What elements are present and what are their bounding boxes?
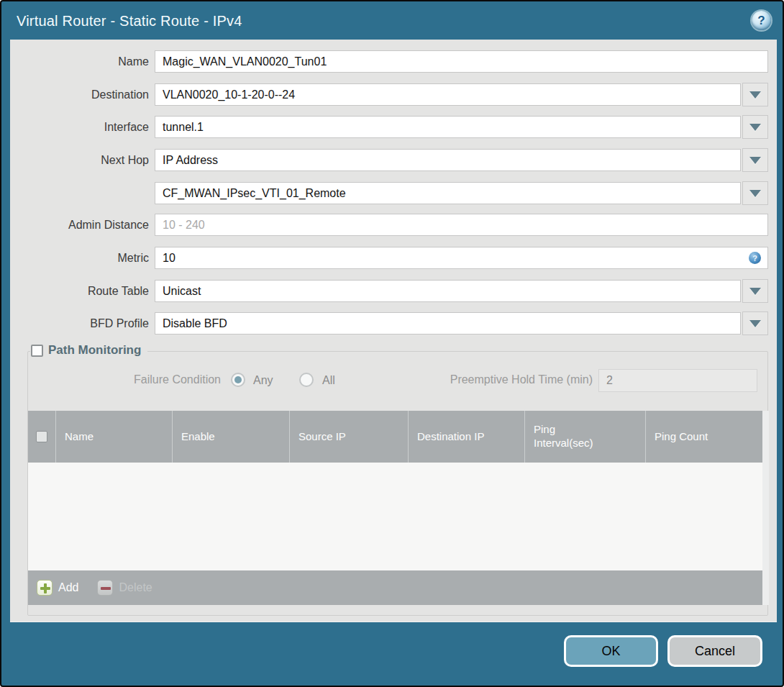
name-label: Name xyxy=(10,50,149,73)
bfd-profile-dropdown-button[interactable] xyxy=(742,311,768,335)
table-header-destination-ip: Destination IP xyxy=(408,411,524,463)
admin-distance-label: Admin Distance xyxy=(10,214,149,236)
add-button-label: Add xyxy=(58,581,78,594)
delete-icon xyxy=(97,580,113,596)
dialog-window: Virtual Router - Static Route - IPv4 ? N… xyxy=(0,0,784,687)
preemptive-hold-time-label: Preemptive Hold Time (min) xyxy=(388,373,593,386)
table-header-enable: Enable xyxy=(172,411,289,463)
destination-input[interactable] xyxy=(155,83,741,106)
path-monitoring-checkbox[interactable] xyxy=(31,345,43,357)
failure-condition-any-radio[interactable] xyxy=(231,373,245,387)
next-hop-select[interactable] xyxy=(155,149,741,171)
chevron-down-icon xyxy=(749,157,761,164)
next-hop-address-dropdown-button[interactable] xyxy=(742,181,768,205)
bfd-profile-select[interactable] xyxy=(155,312,741,335)
ok-button[interactable]: OK xyxy=(564,635,658,667)
chevron-down-icon xyxy=(749,288,761,295)
name-input[interactable] xyxy=(155,50,768,73)
next-hop-row: Next Hop xyxy=(10,148,768,172)
name-row: Name xyxy=(10,50,768,73)
table-header-ping-interval: Ping Interval(sec) xyxy=(524,411,645,463)
delete-button[interactable]: Delete xyxy=(97,580,152,596)
table-header-row: Name Enable Source IP Destination IP Pin… xyxy=(28,411,762,463)
admin-distance-row: Admin Distance xyxy=(10,214,768,236)
metric-info-icon[interactable]: ? xyxy=(749,252,761,264)
cancel-button[interactable]: Cancel xyxy=(667,635,762,667)
failure-condition-any-label: Any xyxy=(253,374,273,387)
metric-input[interactable] xyxy=(155,247,768,269)
destination-dropdown-button[interactable] xyxy=(742,83,768,106)
failure-condition-all-label: All xyxy=(322,374,335,387)
chevron-down-icon xyxy=(749,190,761,197)
select-all-checkbox[interactable] xyxy=(36,431,47,442)
next-hop-address-row xyxy=(10,181,768,205)
metric-row: Metric ? xyxy=(10,247,768,269)
chevron-down-icon xyxy=(749,124,761,131)
destination-row: Destination xyxy=(10,83,768,106)
next-hop-label: Next Hop xyxy=(10,149,149,171)
path-monitoring-title: Path Monitoring xyxy=(48,343,141,358)
failure-condition-all-radio[interactable] xyxy=(299,373,314,387)
add-button[interactable]: Add xyxy=(37,580,78,596)
failure-condition-row: Failure Condition Any All Preemptive Hol… xyxy=(28,369,767,393)
help-icon[interactable]: ? xyxy=(752,11,771,30)
table-header-select xyxy=(28,411,55,463)
failure-condition-label: Failure Condition xyxy=(28,373,221,386)
path-monitoring-group: Path Monitoring Failure Condition Any Al… xyxy=(27,351,768,616)
interface-dropdown-button[interactable] xyxy=(742,115,768,139)
interface-input[interactable] xyxy=(155,116,741,138)
preemptive-hold-time-input[interactable] xyxy=(598,369,757,392)
table-header-ping-count: Ping Count xyxy=(645,411,762,463)
table-footer: Add Delete xyxy=(28,570,762,605)
path-monitoring-table: Name Enable Source IP Destination IP Pin… xyxy=(28,411,769,605)
chevron-down-icon xyxy=(749,91,761,99)
route-table-select[interactable] xyxy=(155,280,741,302)
table-body-empty xyxy=(28,463,762,570)
table-header-source-ip: Source IP xyxy=(289,411,408,463)
delete-button-label: Delete xyxy=(119,581,152,594)
route-table-label: Route Table xyxy=(10,280,149,302)
interface-label: Interface xyxy=(10,116,149,138)
destination-label: Destination xyxy=(10,83,149,106)
dialog-titlebar: Virtual Router - Static Route - IPv4 ? xyxy=(1,1,783,40)
dialog-title: Virtual Router - Static Route - IPv4 xyxy=(17,13,242,29)
next-hop-dropdown-button[interactable] xyxy=(742,148,768,172)
dialog-body: Name Destination Interface Next Hop xyxy=(10,40,777,622)
bfd-profile-row: BFD Profile xyxy=(10,311,768,335)
route-table-dropdown-button[interactable] xyxy=(742,279,768,303)
metric-label: Metric xyxy=(10,247,149,269)
admin-distance-input[interactable] xyxy=(155,214,768,236)
route-table-row: Route Table xyxy=(10,279,768,303)
bfd-profile-label: BFD Profile xyxy=(10,312,149,335)
next-hop-address-input[interactable] xyxy=(155,182,741,204)
table-header-name: Name xyxy=(55,411,172,463)
chevron-down-icon xyxy=(749,320,761,327)
interface-row: Interface xyxy=(10,115,768,139)
add-icon xyxy=(37,580,53,596)
